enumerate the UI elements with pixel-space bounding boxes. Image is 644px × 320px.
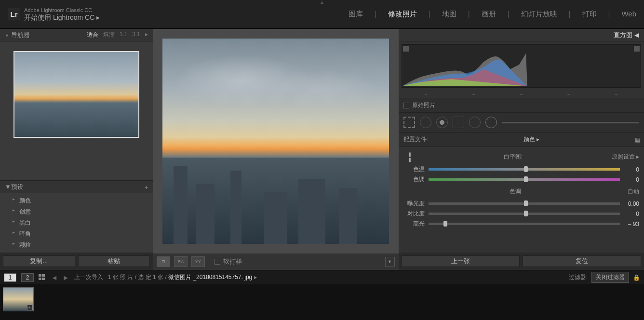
zoom-more-icon[interactable]: ▸ [145, 31, 148, 39]
filmstrip-thumb[interactable]: +- [3, 287, 34, 311]
top-bar: ▲ Lr Adobe Lightroom Classic CC 开始使用 Lig… [0, 0, 644, 29]
temp-slider[interactable] [429, 168, 620, 171]
histogram[interactable] [402, 44, 642, 88]
center-toolbar: □ RA YY 软打样 ▼ [153, 253, 399, 270]
presets-header[interactable]: ▼预设 + [0, 181, 153, 193]
softproof-label: 软打样 [223, 257, 242, 266]
main-photo [162, 39, 389, 244]
product-name-small: Adobe Lightroom Classic CC [24, 7, 100, 13]
shadow-clip-icon[interactable] [403, 46, 409, 52]
redeye-tool-icon[interactable] [436, 117, 448, 128]
exposure-slider[interactable] [429, 202, 620, 205]
paste-button[interactable]: 粘贴 [78, 255, 150, 267]
contrast-label: 对比度 [403, 210, 425, 218]
logo-area: Lr Adobe Lightroom Classic CC 开始使用 Light… [8, 7, 100, 22]
preset-group-color[interactable]: 颜色 [0, 195, 153, 206]
grid-view-icon[interactable] [39, 274, 46, 281]
preset-group-creative[interactable]: 创意 [0, 206, 153, 217]
product-name-large[interactable]: 开始使用 Lightroom CC ▸ [24, 13, 100, 22]
page-1-button[interactable]: 1 [4, 273, 16, 282]
preset-group-grain[interactable]: 颗粒 [0, 240, 153, 251]
breadcrumb[interactable]: 上一次导入 1 张 照 片 / 选 定 1 张 / 微信图片 _20180815… [74, 273, 257, 281]
tint-slider[interactable] [429, 178, 620, 181]
module-map[interactable]: 地图 [442, 10, 456, 19]
contrast-slider[interactable] [429, 213, 620, 215]
original-row: 原始照片 [399, 98, 644, 113]
navigator-header[interactable]: ▼导航器 适合 填满 1:1 3:1 ▸ [0, 29, 153, 41]
navigator-zoom-options: 适合 填满 1:1 3:1 ▸ [87, 31, 148, 39]
contrast-value[interactable]: 0 [624, 211, 639, 217]
spot-tool-icon[interactable] [420, 117, 431, 128]
left-panel: ▼导航器 适合 填满 1:1 3:1 ▸ ▼预设 + 颜色 创意 黑白 暗角 颗… [0, 29, 153, 270]
zoom-3-1[interactable]: 3:1 [132, 31, 140, 39]
nav-back-icon[interactable]: ◄ [51, 274, 58, 281]
photo-viewport[interactable] [153, 29, 399, 253]
module-develop[interactable]: 修改照片 [388, 10, 417, 19]
highlights-slider[interactable] [429, 223, 620, 225]
filter-select[interactable]: 关闭过滤器 [591, 272, 629, 283]
filter-label: 过滤器: [569, 273, 588, 281]
histogram-header[interactable]: 直方图 ◀ [399, 29, 644, 41]
presets-panel: ▼预设 + 颜色 创意 黑白 暗角 颗粒 [0, 180, 153, 253]
module-print[interactable]: 打印 [582, 10, 597, 19]
toolbar-menu-button[interactable]: ▼ [385, 257, 395, 267]
softproof-checkbox[interactable] [215, 259, 220, 265]
brush-tool-icon[interactable] [485, 117, 497, 128]
tint-label: 色调 [403, 175, 425, 184]
highlights-label: 高光 [403, 220, 425, 228]
add-preset-icon[interactable]: + [144, 184, 148, 191]
filmstrip[interactable]: +- [0, 284, 644, 320]
highlight-clip-icon[interactable] [634, 46, 640, 52]
reset-button[interactable]: 复位 [523, 255, 641, 267]
view-before-after-button[interactable]: RA [174, 256, 188, 267]
exposure-label: 曝光度 [403, 200, 425, 208]
tool-slider[interactable] [502, 122, 640, 123]
temp-label: 色温 [403, 165, 425, 173]
filter-lock-icon[interactable]: 🔒 [633, 274, 640, 281]
right-button-row: 上一张 复位 [399, 253, 644, 270]
wb-label: 白平衡: [504, 153, 523, 161]
zoom-fill[interactable]: 填满 [103, 31, 115, 39]
auto-tone-button[interactable]: 自动 [628, 187, 639, 196]
tint-value[interactable]: 0 [624, 176, 639, 183]
thumb-badge-icon: +- [27, 305, 33, 310]
app-logo: Lr [8, 8, 20, 20]
radial-tool-icon[interactable] [469, 117, 481, 128]
module-web[interactable]: Web [621, 10, 636, 19]
wb-dropper-icon[interactable] [401, 148, 417, 165]
page-2-button[interactable]: 2 [21, 273, 34, 282]
tool-strip [399, 113, 644, 133]
navigator-thumbnail[interactable] [13, 51, 139, 138]
crop-tool-icon[interactable] [403, 117, 415, 128]
wb-preset[interactable]: 原照设置 ▸ [612, 153, 639, 161]
gradient-tool-icon[interactable] [453, 117, 464, 128]
module-slideshow[interactable]: 幻灯片放映 [521, 10, 557, 19]
previous-button[interactable]: 上一张 [402, 255, 520, 267]
right-panel: 直方图 ◀ ––––– 原始照片 [399, 29, 644, 270]
center-panel: □ RA YY 软打样 ▼ [153, 29, 399, 270]
zoom-1-1[interactable]: 1:1 [120, 31, 128, 39]
view-loupe-button[interactable]: □ [157, 256, 170, 267]
main-area: ▼导航器 适合 填满 1:1 3:1 ▸ ▼预设 + 颜色 创意 黑白 暗角 颗… [0, 29, 644, 270]
view-yy-button[interactable]: YY [191, 256, 205, 267]
white-balance-section: 白平衡: 原照设置 ▸ 色温 0 色调 0 色调 自动 [399, 147, 644, 234]
profile-grid-icon[interactable]: ▦ [635, 136, 639, 143]
nav-forward-icon[interactable]: ► [63, 274, 69, 281]
module-library[interactable]: 图库 [349, 10, 363, 19]
preset-group-vignette[interactable]: 暗角 [0, 228, 153, 240]
preset-group-bw[interactable]: 黑白 [0, 217, 153, 228]
original-checkbox[interactable] [403, 103, 409, 108]
highlights-value[interactable]: – 93 [624, 221, 639, 227]
profile-value[interactable]: 颜色 ▸ [523, 135, 539, 144]
collapse-top-icon[interactable]: ▲ [320, 0, 324, 5]
copy-button[interactable]: 复制... [3, 255, 75, 267]
module-picker: 图库| 修改照片| 地图| 画册| 幻灯片放映| 打印| Web [349, 10, 636, 19]
tone-header: 色调 [403, 187, 628, 196]
histogram-zones: ––––– [399, 91, 644, 98]
zoom-fit[interactable]: 适合 [87, 31, 98, 39]
module-book[interactable]: 画册 [482, 10, 496, 19]
left-button-row: 复制... 粘贴 [0, 253, 153, 270]
exposure-value[interactable]: 0.00 [624, 200, 639, 207]
filmstrip-bar: 1 2 ◄ ► 上一次导入 1 张 照 片 / 选 定 1 张 / 微信图片 _… [0, 270, 644, 284]
temp-value[interactable]: 0 [624, 166, 639, 173]
